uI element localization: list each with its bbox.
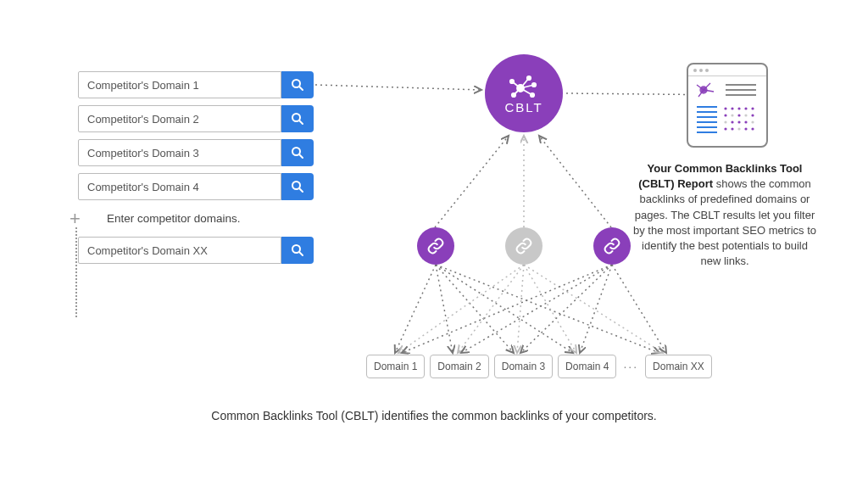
search-button-4[interactable] <box>281 173 314 200</box>
svg-point-52 <box>737 127 740 130</box>
search-icon <box>291 146 304 159</box>
svg-point-53 <box>744 127 747 130</box>
svg-point-54 <box>751 127 754 130</box>
ellipsis-icon: ··· <box>621 360 640 373</box>
svg-line-7 <box>299 188 303 192</box>
search-icon <box>291 243 304 257</box>
report-description: Your Common Backlinks Tool (CBLT) Report… <box>632 161 817 269</box>
svg-point-20 <box>512 92 515 96</box>
link-node-1 <box>417 227 454 265</box>
search-icon <box>291 112 304 126</box>
search-button-2[interactable] <box>281 105 314 132</box>
svg-point-16 <box>532 82 536 86</box>
svg-point-49 <box>751 120 754 123</box>
report-body: shows the common backlinks of predefined… <box>633 177 816 267</box>
report-illustration <box>687 63 768 148</box>
competitor-inputs: + Competitor's Domain 1 Competitor's Dom… <box>78 71 314 271</box>
network-icon <box>509 73 539 98</box>
svg-point-46 <box>731 120 733 123</box>
svg-line-9 <box>299 252 303 255</box>
competitor-input-4: Competitor's Domain 4 <box>78 173 314 200</box>
domain-box-1: Domain 1 <box>366 355 425 378</box>
domain-box-xx: Domain XX <box>645 355 712 378</box>
svg-point-14 <box>527 76 531 79</box>
svg-point-37 <box>737 107 740 109</box>
vertical-dots <box>75 227 77 317</box>
search-icon <box>291 78 304 92</box>
svg-point-47 <box>737 120 740 123</box>
svg-point-18 <box>531 92 534 96</box>
search-button-xx[interactable] <box>281 237 314 264</box>
link-icon <box>426 237 445 255</box>
diagram-caption: Common Backlinks Tool (CBLT) identifies … <box>0 409 868 422</box>
input-hint: Enter competitor domains. <box>107 212 314 225</box>
competitor-input-3: Competitor's Domain 3 <box>78 139 314 166</box>
competitor-field-4[interactable]: Competitor's Domain 4 <box>78 173 281 200</box>
svg-point-36 <box>731 107 733 109</box>
competitor-input-2: Competitor's Domain 2 <box>78 105 314 132</box>
svg-point-38 <box>744 107 747 109</box>
svg-point-43 <box>744 114 747 116</box>
search-button-1[interactable] <box>281 71 314 98</box>
svg-point-44 <box>751 114 754 116</box>
cblt-hub: CBLT <box>485 54 563 132</box>
competitor-input-xx: Competitor's Domain XX <box>78 237 314 264</box>
link-node-3 <box>593 227 631 265</box>
svg-line-1 <box>299 87 303 90</box>
competitor-field-2[interactable]: Competitor's Domain 2 <box>78 105 281 132</box>
svg-point-42 <box>737 114 740 116</box>
hub-label: CBLT <box>504 100 542 115</box>
domain-boxes: Domain 1 Domain 2 Domain 3 Domain 4 ··· … <box>366 355 712 378</box>
svg-line-3 <box>299 120 303 124</box>
domain-box-2: Domain 2 <box>430 355 488 378</box>
report-page-icon <box>688 76 766 146</box>
competitor-field-xx[interactable]: Competitor's Domain XX <box>78 237 281 264</box>
search-button-3[interactable] <box>281 139 314 166</box>
svg-point-48 <box>744 120 747 123</box>
svg-line-5 <box>299 154 303 158</box>
svg-point-35 <box>724 107 726 109</box>
competitor-field-3[interactable]: Competitor's Domain 3 <box>78 139 281 166</box>
svg-point-50 <box>724 127 726 130</box>
svg-point-40 <box>724 114 726 116</box>
search-icon <box>291 180 304 193</box>
svg-point-51 <box>731 127 733 130</box>
svg-point-41 <box>731 114 733 116</box>
svg-point-12 <box>510 79 514 82</box>
competitor-field-1[interactable]: Competitor's Domain 1 <box>78 71 281 98</box>
link-icon <box>603 237 621 255</box>
domain-box-4: Domain 4 <box>558 355 616 378</box>
svg-point-45 <box>724 120 726 123</box>
svg-point-39 <box>751 107 754 109</box>
link-icon <box>515 237 533 255</box>
competitor-input-1: Competitor's Domain 1 <box>78 71 314 98</box>
domain-box-3: Domain 3 <box>494 355 553 378</box>
link-node-2 <box>505 227 542 265</box>
